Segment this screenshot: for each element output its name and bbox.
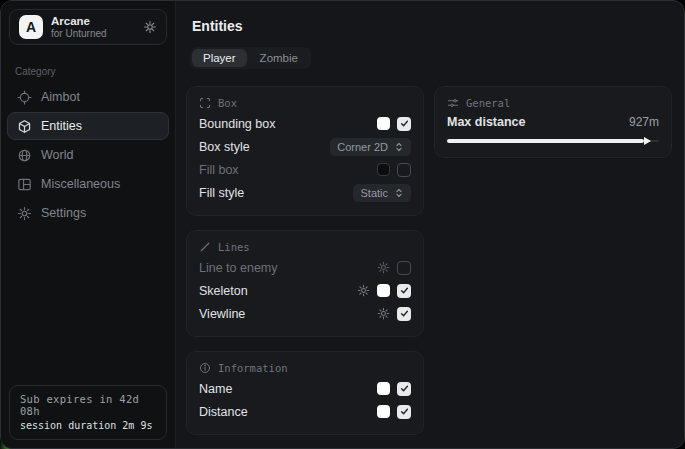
distance-row: Distance <box>199 400 411 423</box>
skeleton-color-swatch[interactable] <box>377 284 390 297</box>
left-column: Box Bounding box Box <box>186 86 424 435</box>
fill-box-color-swatch[interactable] <box>377 163 390 176</box>
sidebar-item-label: Miscellaneous <box>41 177 120 191</box>
sidebar-item-entities[interactable]: Entities <box>7 112 169 140</box>
box-panel-header: Box <box>199 97 411 109</box>
app-subtitle: for Unturned <box>51 28 107 41</box>
sub-expires-text: Sub expires in 42d 08h <box>20 393 156 417</box>
fill-style-row: Fill style Static <box>199 181 411 204</box>
name-checkbox[interactable] <box>397 382 411 396</box>
unfold-icon <box>394 188 404 198</box>
sidebar-item-aimbot[interactable]: Aimbot <box>7 83 169 111</box>
main-content: Entities Player Zombie <box>176 1 684 448</box>
max-distance-value: 927m <box>629 115 659 129</box>
cube-icon <box>17 119 32 134</box>
distance-label: Distance <box>199 405 377 419</box>
app-logo: A <box>19 15 43 39</box>
category-label: Category <box>15 66 161 77</box>
lines-panel-title: Lines <box>218 241 250 253</box>
box-style-select[interactable]: Corner 2D <box>330 138 411 156</box>
globe-icon <box>17 148 32 163</box>
skeleton-checkbox[interactable] <box>397 284 411 298</box>
header-gear-icon[interactable] <box>143 20 157 34</box>
page-title: Entities <box>192 18 672 34</box>
box-panel: Box Bounding box Box <box>186 86 424 216</box>
distance-checkbox[interactable] <box>397 405 411 419</box>
information-panel: Information Name Dis <box>186 351 424 435</box>
fill-box-label: Fill box <box>199 163 377 177</box>
diagonal-line-icon <box>199 241 211 253</box>
information-panel-header: Information <box>199 362 411 374</box>
viewline-row: Viewline <box>199 302 411 325</box>
session-duration-text: session duration 2m 9s <box>20 420 156 431</box>
sidebar-item-label: World <box>41 148 73 162</box>
max-distance-row: Max distance 927m <box>447 115 659 129</box>
subscription-status-card: Sub expires in 42d 08h session duration … <box>9 385 167 440</box>
viewline-label: Viewline <box>199 307 377 321</box>
general-panel: General Max distance 927m <box>434 86 672 158</box>
skeleton-row: Skeleton <box>199 279 411 302</box>
box-style-label: Box style <box>199 140 330 154</box>
tab-zombie[interactable]: Zombie <box>249 49 309 67</box>
box-panel-title: Box <box>218 97 237 109</box>
lines-panel-header: Lines <box>199 241 411 253</box>
line-to-enemy-row: Line to enemy <box>199 256 411 279</box>
box-corners-icon <box>199 97 211 109</box>
app-title: Arcane <box>51 14 107 28</box>
viewline-settings-icon[interactable] <box>377 307 390 320</box>
name-label: Name <box>199 382 377 396</box>
sidebar: A Arcane for Unturned Category <box>1 1 176 448</box>
sidebar-nav: Aimbot Entities <box>1 83 175 227</box>
sidebar-item-world[interactable]: World <box>7 141 169 169</box>
fill-style-label: Fill style <box>199 186 353 200</box>
tab-player[interactable]: Player <box>192 49 247 67</box>
sidebar-item-miscellaneous[interactable]: Miscellaneous <box>7 170 169 198</box>
slider-fill <box>447 139 644 143</box>
viewline-checkbox[interactable] <box>397 307 411 321</box>
skeleton-settings-icon[interactable] <box>357 284 370 297</box>
app-title-block: Arcane for Unturned <box>51 14 107 41</box>
gear-icon <box>17 206 32 221</box>
general-panel-title: General <box>466 97 510 109</box>
crosshair-icon <box>17 90 32 105</box>
line-to-enemy-checkbox[interactable] <box>397 261 411 275</box>
fill-box-checkbox[interactable] <box>397 163 411 177</box>
line-to-enemy-label: Line to enemy <box>199 261 377 275</box>
lines-panel: Lines Line to enemy <box>186 230 424 337</box>
slider-thumb[interactable] <box>644 137 651 145</box>
bounding-box-row: Bounding box <box>199 112 411 135</box>
skeleton-label: Skeleton <box>199 284 357 298</box>
fill-style-value: Static <box>360 187 388 199</box>
right-column: General Max distance 927m <box>434 86 672 158</box>
bounding-box-label: Bounding box <box>199 117 377 131</box>
fill-style-select[interactable]: Static <box>353 184 411 202</box>
information-panel-title: Information <box>218 362 288 374</box>
max-distance-label: Max distance <box>447 115 526 129</box>
box-style-row: Box style Corner 2D <box>199 135 411 158</box>
grid-icon <box>17 177 32 192</box>
sidebar-item-label: Entities <box>41 119 82 133</box>
distance-color-swatch[interactable] <box>377 405 390 418</box>
sidebar-item-settings[interactable]: Settings <box>7 199 169 227</box>
bounding-box-color-swatch[interactable] <box>377 117 390 130</box>
entity-tabs: Player Zombie <box>190 47 311 69</box>
max-distance-slider[interactable] <box>447 136 659 146</box>
sidebar-item-label: Settings <box>41 206 86 220</box>
box-style-value: Corner 2D <box>337 141 388 153</box>
settings-columns: Box Bounding box Box <box>186 86 672 435</box>
sliders-icon <box>447 97 459 109</box>
fill-box-row: Fill box <box>199 158 411 181</box>
bounding-box-checkbox[interactable] <box>397 117 411 131</box>
name-row: Name <box>199 377 411 400</box>
unfold-icon <box>394 142 404 152</box>
sidebar-item-label: Aimbot <box>41 90 80 104</box>
app-window: A Arcane for Unturned Category <box>0 0 685 449</box>
info-icon <box>199 362 211 374</box>
app-header-card: A Arcane for Unturned <box>9 9 167 45</box>
desktop: A Arcane for Unturned Category <box>0 0 685 449</box>
name-color-swatch[interactable] <box>377 382 390 395</box>
line-to-enemy-settings-icon[interactable] <box>377 261 390 274</box>
general-panel-header: General <box>447 97 659 109</box>
